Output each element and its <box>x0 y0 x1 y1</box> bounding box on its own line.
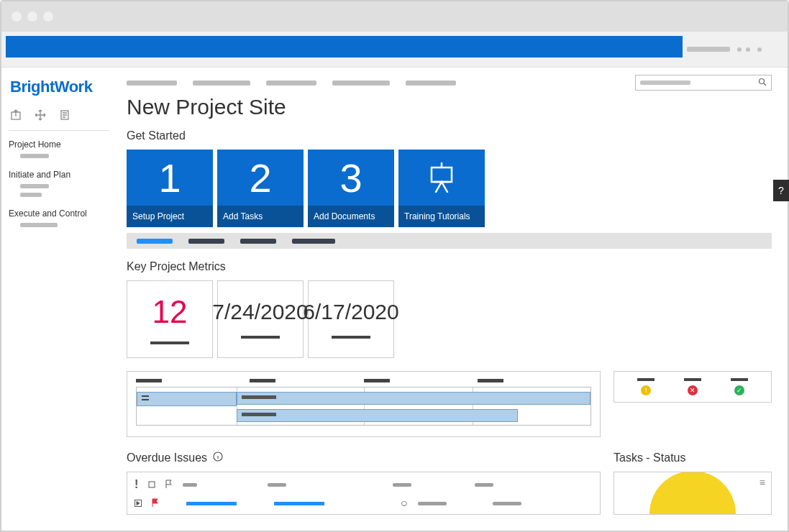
info-icon[interactable] <box>213 451 223 464</box>
legend-label-placeholder <box>637 378 655 381</box>
metric-card[interactable]: 6/17/2020 <box>308 280 394 358</box>
tile-tabs-bar <box>127 233 772 249</box>
metric-value: 6/17/2020 <box>303 300 398 324</box>
sidebar-toolbar <box>9 106 109 131</box>
gantt-col-header <box>250 379 275 382</box>
metric-value: 7/24/2020 <box>212 300 308 324</box>
tile-setup-project[interactable]: 1 Setup Project <box>127 150 213 227</box>
ribbon-placeholder <box>687 47 730 52</box>
flag-icon <box>165 478 173 491</box>
cell-link[interactable] <box>274 502 324 505</box>
breadcrumb-item[interactable] <box>127 81 177 86</box>
error-icon: ✕ <box>688 385 698 395</box>
legend-ok: ✓ <box>731 378 748 395</box>
warning-icon: ! <box>641 385 651 395</box>
ribbon-dot-icon[interactable] <box>757 47 762 52</box>
tasks-status-section: Tasks - Status ≡ <box>614 447 772 515</box>
search-icon <box>758 76 767 89</box>
overdue-issues-section: Overdue Issues ! <box>127 447 601 515</box>
ribbon-right-controls <box>687 32 788 67</box>
gantt-col-header <box>478 379 503 382</box>
gantt-bar[interactable] <box>237 409 518 422</box>
flag-red-icon <box>152 497 159 510</box>
window-control-dot[interactable] <box>27 12 37 22</box>
metric-label-placeholder <box>241 336 280 339</box>
brand-logo: BrightWork <box>10 78 109 96</box>
tile-add-tasks[interactable]: 2 Add Tasks <box>217 150 304 227</box>
sidebar-item-project-home[interactable]: Project Home <box>9 139 109 158</box>
ribbon-bar <box>1 32 788 68</box>
cell-link[interactable] <box>186 502 237 505</box>
metric-card[interactable]: 7/24/2020 <box>217 280 304 358</box>
tile-tab[interactable] <box>188 239 224 244</box>
tile-tab[interactable] <box>240 239 276 244</box>
ribbon-dot-icon[interactable] <box>737 47 742 52</box>
gantt-bar[interactable] <box>237 392 590 405</box>
browser-window: ? BrightWork Project Home Initia <box>0 0 789 532</box>
sidebar-sub-placeholder <box>20 193 42 197</box>
breadcrumb-item[interactable] <box>266 81 316 86</box>
gantt-col-header <box>136 379 162 382</box>
svg-point-2 <box>760 79 765 84</box>
gantt-headers <box>136 379 591 382</box>
sidebar-item-initiate-plan[interactable]: Initiate and Plan <box>9 170 109 197</box>
table-header-row: ! <box>134 478 593 491</box>
easel-icon <box>398 150 485 206</box>
tile-training-tutorials[interactable]: Training Tutorials <box>398 150 485 227</box>
tile-number: 2 <box>217 150 304 206</box>
cell-text <box>493 502 521 505</box>
bottom-row: Overdue Issues ! <box>127 447 772 515</box>
gantt-panel[interactable] <box>127 371 601 437</box>
sidebar-item-label: Project Home <box>9 139 109 150</box>
search-input[interactable] <box>635 75 772 91</box>
gantt-grid <box>136 387 591 426</box>
browser-titlebar <box>1 1 788 32</box>
page-title: New Project Site <box>127 95 772 119</box>
breadcrumb-item[interactable] <box>193 81 250 86</box>
tile-tab[interactable] <box>137 239 173 244</box>
metric-label-placeholder <box>332 336 370 339</box>
tile-label: Setup Project <box>127 206 213 227</box>
checkbox-icon[interactable] <box>148 478 155 491</box>
tile-label: Training Tutorials <box>398 206 485 227</box>
tile-tab[interactable] <box>292 239 335 244</box>
sidebar-sub-placeholder <box>20 154 49 158</box>
metric-card[interactable]: 12 <box>127 280 213 358</box>
gantt-bar-label <box>242 395 276 399</box>
gantt-row-header <box>137 392 237 406</box>
move-icon[interactable] <box>35 109 46 123</box>
tile-label: Add Documents <box>308 206 394 227</box>
legend-label-placeholder <box>731 378 748 381</box>
tile-add-documents[interactable]: 3 Add Documents <box>308 150 394 227</box>
tasks-donut-chart[interactable]: ≡ <box>614 472 772 515</box>
page-icon[interactable] <box>59 109 70 123</box>
issues-table[interactable]: ! <box>127 472 601 515</box>
window-control-dot[interactable] <box>43 12 53 22</box>
tile-label: Add Tasks <box>217 206 304 227</box>
main-content: New Project Site Get Started 1 Setup Pro… <box>117 68 788 531</box>
breadcrumb-item[interactable] <box>406 81 456 86</box>
tile-number: 1 <box>127 150 213 206</box>
ribbon-active-tab[interactable] <box>6 36 683 58</box>
legend-warning: ! <box>637 378 655 395</box>
gantt-bar-label <box>242 413 276 416</box>
window-control-dot[interactable] <box>12 12 22 22</box>
get-started-tiles: 1 Setup Project 2 Add Tasks 3 Add Docume… <box>127 150 772 227</box>
table-row[interactable]: ○ <box>134 497 593 510</box>
svg-rect-3 <box>432 168 452 182</box>
share-icon[interactable] <box>10 109 22 123</box>
breadcrumb <box>127 81 456 86</box>
chart-menu-icon[interactable]: ≡ <box>760 477 765 488</box>
section-tasks-title: Tasks - Status <box>614 451 772 464</box>
tile-number: 3 <box>308 150 394 206</box>
cell-text <box>418 502 447 505</box>
sidebar-item-execute-control[interactable]: Execute and Control <box>9 208 109 227</box>
col-header <box>475 483 493 487</box>
ribbon-dot-icon[interactable] <box>746 47 750 52</box>
metric-label-placeholder <box>150 341 189 344</box>
breadcrumb-item[interactable] <box>332 81 390 86</box>
play-icon[interactable] <box>134 497 142 510</box>
top-bar <box>127 75 772 91</box>
check-icon: ✓ <box>734 385 744 395</box>
overdue-title-text: Overdue Issues <box>127 451 207 464</box>
